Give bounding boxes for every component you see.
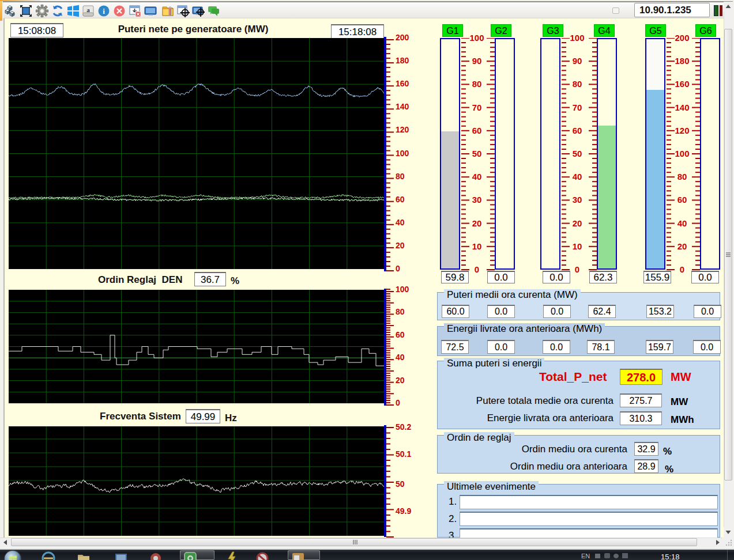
svg-text:a: a: [86, 6, 90, 13]
svg-text:i: i: [103, 7, 105, 16]
